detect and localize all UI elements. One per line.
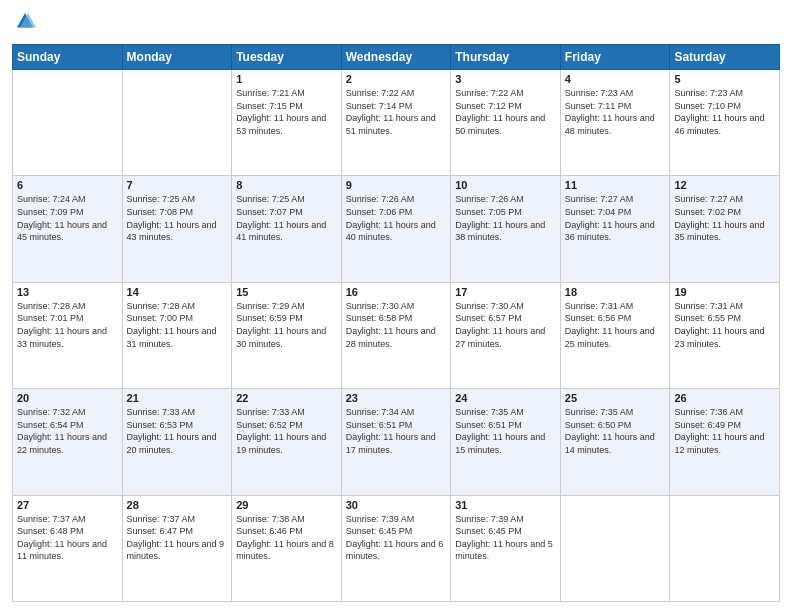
- calendar-cell: 31Sunrise: 7:39 AM Sunset: 6:45 PM Dayli…: [451, 495, 561, 601]
- day-number: 6: [17, 179, 118, 191]
- day-number: 21: [127, 392, 228, 404]
- day-detail: Sunrise: 7:39 AM Sunset: 6:45 PM Dayligh…: [346, 513, 447, 563]
- calendar-week-row: 20Sunrise: 7:32 AM Sunset: 6:54 PM Dayli…: [13, 389, 780, 495]
- day-number: 10: [455, 179, 556, 191]
- day-detail: Sunrise: 7:39 AM Sunset: 6:45 PM Dayligh…: [455, 513, 556, 563]
- day-number: 1: [236, 73, 337, 85]
- calendar-week-row: 6Sunrise: 7:24 AM Sunset: 7:09 PM Daylig…: [13, 176, 780, 282]
- day-detail: Sunrise: 7:21 AM Sunset: 7:15 PM Dayligh…: [236, 87, 337, 137]
- day-number: 15: [236, 286, 337, 298]
- day-number: 29: [236, 499, 337, 511]
- day-number: 7: [127, 179, 228, 191]
- calendar-cell: 14Sunrise: 7:28 AM Sunset: 7:00 PM Dayli…: [122, 282, 232, 388]
- calendar-cell: [13, 70, 123, 176]
- day-number: 26: [674, 392, 775, 404]
- calendar-cell: [122, 70, 232, 176]
- day-detail: Sunrise: 7:27 AM Sunset: 7:04 PM Dayligh…: [565, 193, 666, 243]
- calendar-cell: 1Sunrise: 7:21 AM Sunset: 7:15 PM Daylig…: [232, 70, 342, 176]
- day-number: 19: [674, 286, 775, 298]
- day-number: 14: [127, 286, 228, 298]
- calendar-cell: 18Sunrise: 7:31 AM Sunset: 6:56 PM Dayli…: [560, 282, 670, 388]
- calendar-cell: 29Sunrise: 7:38 AM Sunset: 6:46 PM Dayli…: [232, 495, 342, 601]
- day-detail: Sunrise: 7:35 AM Sunset: 6:50 PM Dayligh…: [565, 406, 666, 456]
- day-detail: Sunrise: 7:32 AM Sunset: 6:54 PM Dayligh…: [17, 406, 118, 456]
- day-detail: Sunrise: 7:27 AM Sunset: 7:02 PM Dayligh…: [674, 193, 775, 243]
- calendar-week-row: 13Sunrise: 7:28 AM Sunset: 7:01 PM Dayli…: [13, 282, 780, 388]
- weekday-header: Monday: [122, 45, 232, 70]
- day-detail: Sunrise: 7:37 AM Sunset: 6:48 PM Dayligh…: [17, 513, 118, 563]
- day-number: 13: [17, 286, 118, 298]
- logo: [12, 10, 40, 36]
- day-detail: Sunrise: 7:28 AM Sunset: 7:00 PM Dayligh…: [127, 300, 228, 350]
- calendar-cell: 30Sunrise: 7:39 AM Sunset: 6:45 PM Dayli…: [341, 495, 451, 601]
- day-number: 18: [565, 286, 666, 298]
- day-number: 3: [455, 73, 556, 85]
- calendar-header-row: SundayMondayTuesdayWednesdayThursdayFrid…: [13, 45, 780, 70]
- day-detail: Sunrise: 7:25 AM Sunset: 7:08 PM Dayligh…: [127, 193, 228, 243]
- day-number: 25: [565, 392, 666, 404]
- weekday-header: Saturday: [670, 45, 780, 70]
- day-number: 9: [346, 179, 447, 191]
- calendar-cell: 26Sunrise: 7:36 AM Sunset: 6:49 PM Dayli…: [670, 389, 780, 495]
- day-number: 17: [455, 286, 556, 298]
- day-detail: Sunrise: 7:38 AM Sunset: 6:46 PM Dayligh…: [236, 513, 337, 563]
- calendar-cell: 15Sunrise: 7:29 AM Sunset: 6:59 PM Dayli…: [232, 282, 342, 388]
- day-detail: Sunrise: 7:30 AM Sunset: 6:58 PM Dayligh…: [346, 300, 447, 350]
- day-detail: Sunrise: 7:36 AM Sunset: 6:49 PM Dayligh…: [674, 406, 775, 456]
- calendar-cell: 5Sunrise: 7:23 AM Sunset: 7:10 PM Daylig…: [670, 70, 780, 176]
- day-detail: Sunrise: 7:26 AM Sunset: 7:06 PM Dayligh…: [346, 193, 447, 243]
- calendar-cell: 3Sunrise: 7:22 AM Sunset: 7:12 PM Daylig…: [451, 70, 561, 176]
- calendar-cell: 4Sunrise: 7:23 AM Sunset: 7:11 PM Daylig…: [560, 70, 670, 176]
- weekday-header: Thursday: [451, 45, 561, 70]
- calendar-cell: 16Sunrise: 7:30 AM Sunset: 6:58 PM Dayli…: [341, 282, 451, 388]
- day-detail: Sunrise: 7:22 AM Sunset: 7:12 PM Dayligh…: [455, 87, 556, 137]
- day-detail: Sunrise: 7:25 AM Sunset: 7:07 PM Dayligh…: [236, 193, 337, 243]
- day-detail: Sunrise: 7:29 AM Sunset: 6:59 PM Dayligh…: [236, 300, 337, 350]
- day-detail: Sunrise: 7:30 AM Sunset: 6:57 PM Dayligh…: [455, 300, 556, 350]
- day-number: 22: [236, 392, 337, 404]
- day-number: 5: [674, 73, 775, 85]
- day-number: 12: [674, 179, 775, 191]
- day-number: 11: [565, 179, 666, 191]
- day-number: 23: [346, 392, 447, 404]
- calendar-cell: 8Sunrise: 7:25 AM Sunset: 7:07 PM Daylig…: [232, 176, 342, 282]
- calendar-cell: [670, 495, 780, 601]
- calendar-cell: 21Sunrise: 7:33 AM Sunset: 6:53 PM Dayli…: [122, 389, 232, 495]
- weekday-header: Sunday: [13, 45, 123, 70]
- calendar-cell: 20Sunrise: 7:32 AM Sunset: 6:54 PM Dayli…: [13, 389, 123, 495]
- calendar-cell: 13Sunrise: 7:28 AM Sunset: 7:01 PM Dayli…: [13, 282, 123, 388]
- day-number: 4: [565, 73, 666, 85]
- calendar-cell: 22Sunrise: 7:33 AM Sunset: 6:52 PM Dayli…: [232, 389, 342, 495]
- calendar-table: SundayMondayTuesdayWednesdayThursdayFrid…: [12, 44, 780, 602]
- weekday-header: Friday: [560, 45, 670, 70]
- day-detail: Sunrise: 7:28 AM Sunset: 7:01 PM Dayligh…: [17, 300, 118, 350]
- calendar-cell: 23Sunrise: 7:34 AM Sunset: 6:51 PM Dayli…: [341, 389, 451, 495]
- day-number: 2: [346, 73, 447, 85]
- calendar-cell: 2Sunrise: 7:22 AM Sunset: 7:14 PM Daylig…: [341, 70, 451, 176]
- page: SundayMondayTuesdayWednesdayThursdayFrid…: [0, 0, 792, 612]
- weekday-header: Wednesday: [341, 45, 451, 70]
- day-detail: Sunrise: 7:35 AM Sunset: 6:51 PM Dayligh…: [455, 406, 556, 456]
- day-number: 31: [455, 499, 556, 511]
- day-number: 8: [236, 179, 337, 191]
- day-detail: Sunrise: 7:37 AM Sunset: 6:47 PM Dayligh…: [127, 513, 228, 563]
- calendar-cell: 6Sunrise: 7:24 AM Sunset: 7:09 PM Daylig…: [13, 176, 123, 282]
- calendar-cell: 10Sunrise: 7:26 AM Sunset: 7:05 PM Dayli…: [451, 176, 561, 282]
- day-number: 24: [455, 392, 556, 404]
- header: [12, 10, 780, 36]
- calendar-cell: 24Sunrise: 7:35 AM Sunset: 6:51 PM Dayli…: [451, 389, 561, 495]
- day-detail: Sunrise: 7:24 AM Sunset: 7:09 PM Dayligh…: [17, 193, 118, 243]
- day-detail: Sunrise: 7:33 AM Sunset: 6:52 PM Dayligh…: [236, 406, 337, 456]
- day-detail: Sunrise: 7:33 AM Sunset: 6:53 PM Dayligh…: [127, 406, 228, 456]
- calendar-cell: [560, 495, 670, 601]
- day-number: 28: [127, 499, 228, 511]
- day-detail: Sunrise: 7:31 AM Sunset: 6:55 PM Dayligh…: [674, 300, 775, 350]
- weekday-header: Tuesday: [232, 45, 342, 70]
- day-number: 27: [17, 499, 118, 511]
- day-detail: Sunrise: 7:23 AM Sunset: 7:11 PM Dayligh…: [565, 87, 666, 137]
- day-detail: Sunrise: 7:34 AM Sunset: 6:51 PM Dayligh…: [346, 406, 447, 456]
- calendar-cell: 28Sunrise: 7:37 AM Sunset: 6:47 PM Dayli…: [122, 495, 232, 601]
- calendar-cell: 12Sunrise: 7:27 AM Sunset: 7:02 PM Dayli…: [670, 176, 780, 282]
- day-detail: Sunrise: 7:22 AM Sunset: 7:14 PM Dayligh…: [346, 87, 447, 137]
- day-number: 20: [17, 392, 118, 404]
